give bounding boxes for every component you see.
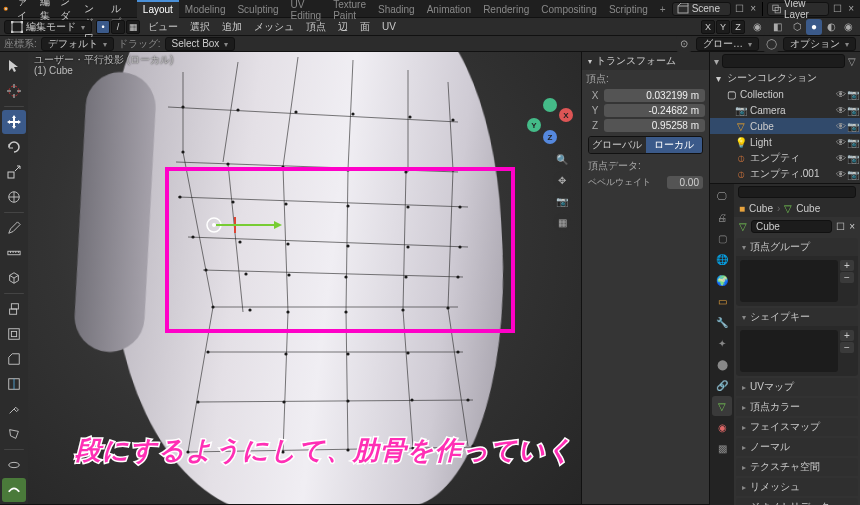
prop-tab-material[interactable]: ◉ bbox=[712, 417, 732, 437]
nav-gizmo[interactable]: X Y Z bbox=[527, 98, 573, 144]
proportional-toggle[interactable]: ◯ bbox=[763, 36, 779, 52]
prop-tab-mesh[interactable]: ▽ bbox=[712, 396, 732, 416]
scene-selector[interactable]: Scene bbox=[672, 2, 731, 16]
visibility-toggle[interactable]: 👁 bbox=[835, 153, 846, 164]
prop-tab-render[interactable]: 🖵 bbox=[712, 186, 732, 206]
props-search[interactable] bbox=[738, 186, 856, 198]
tool-smooth[interactable] bbox=[2, 478, 26, 502]
outliner-scene-collection[interactable]: ▾ シーンコレクション bbox=[710, 70, 860, 86]
hdr-uv[interactable]: UV bbox=[378, 21, 400, 32]
hdr-add[interactable]: 追加 bbox=[218, 20, 246, 34]
face-select-button[interactable]: ▦ bbox=[126, 20, 140, 34]
hdr-edge[interactable]: 辺 bbox=[334, 20, 352, 34]
hdr-select[interactable]: 選択 bbox=[186, 20, 214, 34]
render-toggle[interactable]: 📷 bbox=[847, 105, 858, 116]
hdr-view[interactable]: ビュー bbox=[144, 20, 182, 34]
render-toggle[interactable]: 📷 bbox=[847, 121, 858, 132]
zoom-button[interactable]: 🔍 bbox=[553, 150, 571, 168]
vgroup-remove[interactable]: − bbox=[840, 272, 854, 283]
shapekey-remove[interactable]: − bbox=[840, 342, 854, 353]
visibility-toggle[interactable]: 👁 bbox=[835, 137, 846, 148]
visibility-toggle[interactable]: 👁 bbox=[835, 89, 846, 100]
prop-tab-output[interactable]: 🖨 bbox=[712, 207, 732, 227]
section-uv-maps[interactable]: UVマップ bbox=[736, 378, 858, 396]
section-normals[interactable]: ノーマル bbox=[736, 438, 858, 456]
viewlayer-selector[interactable]: View Layer bbox=[767, 2, 830, 16]
prop-tab-object[interactable]: ▭ bbox=[712, 291, 732, 311]
mesh-fake-button[interactable]: × bbox=[849, 221, 855, 232]
prop-tab-world[interactable]: 🌍 bbox=[712, 270, 732, 290]
outliner-filter[interactable]: ▽ bbox=[848, 56, 856, 67]
tool-rotate[interactable] bbox=[2, 135, 26, 159]
tool-measure[interactable] bbox=[2, 241, 26, 265]
camera-button[interactable]: 📷 bbox=[553, 192, 571, 210]
persp-button[interactable]: ▦ bbox=[553, 213, 571, 231]
prop-tab-viewlayer[interactable]: ▢ bbox=[712, 228, 732, 248]
hdr-face[interactable]: 面 bbox=[356, 20, 374, 34]
tool-cursor[interactable] bbox=[2, 79, 26, 103]
prop-tab-particle[interactable]: ✦ bbox=[712, 333, 732, 353]
options-dropdown[interactable]: オプション bbox=[783, 37, 856, 51]
section-face-maps[interactable]: フェイスマップ bbox=[736, 418, 858, 436]
render-toggle[interactable]: 📷 bbox=[847, 89, 858, 100]
section-geometry-data[interactable]: ジオメトリデータ bbox=[736, 498, 858, 505]
section-vertex-colors[interactable]: 頂点カラー bbox=[736, 398, 858, 416]
visibility-toggle[interactable]: 👁 bbox=[835, 169, 846, 180]
hdr-mesh[interactable]: メッシュ bbox=[250, 20, 298, 34]
axis-y[interactable]: Y bbox=[716, 20, 730, 34]
workspace-tab-compositing[interactable]: Compositing bbox=[535, 0, 603, 18]
outliner-row[interactable]: 💡 Light 👁📷 bbox=[710, 134, 860, 150]
workspace-tab-animation[interactable]: Animation bbox=[421, 0, 477, 18]
outliner-row[interactable]: ▽ Cube 👁📷 bbox=[710, 118, 860, 134]
workspace-tab-texturepaint[interactable]: Texture Paint bbox=[327, 0, 372, 18]
tool-extrude[interactable] bbox=[2, 297, 26, 321]
outliner-row[interactable]: ▢ Collection 👁📷 bbox=[710, 86, 860, 102]
workspace-tab-layout[interactable]: Layout bbox=[137, 0, 179, 18]
drag-selector[interactable]: Select Box bbox=[165, 37, 236, 51]
shapekey-add[interactable]: + bbox=[840, 330, 854, 341]
xray-toggle[interactable]: ◧ bbox=[769, 19, 785, 35]
viewlayer-new-button[interactable]: ☐ bbox=[833, 3, 842, 14]
snap-toggle[interactable]: ⊙ bbox=[676, 36, 692, 52]
overlays-toggle[interactable]: ◉ bbox=[749, 19, 765, 35]
prop-tab-modifier[interactable]: 🔧 bbox=[712, 312, 732, 332]
shading-matpreview[interactable]: ◐ bbox=[823, 19, 839, 35]
workspace-tab-modeling[interactable]: Modeling bbox=[179, 0, 232, 18]
panel-transform-header[interactable]: トランスフォーム bbox=[582, 52, 709, 70]
scene-new-button[interactable]: ☐ bbox=[735, 3, 744, 14]
tool-transform[interactable] bbox=[2, 185, 26, 209]
shading-solid[interactable]: ● bbox=[806, 19, 822, 35]
prop-tab-texture[interactable]: ▩ bbox=[712, 438, 732, 458]
orientation-selector[interactable]: デフォルト bbox=[41, 37, 114, 51]
snap-target[interactable]: グロー… bbox=[696, 37, 759, 51]
workspace-tab-sculpting[interactable]: Sculpting bbox=[231, 0, 284, 18]
outliner-search[interactable] bbox=[722, 54, 845, 68]
shading-wire[interactable]: ⬡ bbox=[789, 19, 805, 35]
render-toggle[interactable]: 📷 bbox=[847, 137, 858, 148]
tool-add-cube[interactable] bbox=[2, 266, 26, 290]
render-toggle[interactable]: 📷 bbox=[847, 169, 858, 180]
mesh-users-button[interactable]: ☐ bbox=[836, 221, 845, 232]
workspace-tab-shading[interactable]: Shading bbox=[372, 0, 421, 18]
tool-loopcut[interactable] bbox=[2, 372, 26, 396]
shading-rendered[interactable]: ◉ bbox=[840, 19, 856, 35]
vgroup-add[interactable]: + bbox=[840, 260, 854, 271]
space-global[interactable]: グローバル bbox=[589, 137, 646, 153]
hdr-vertex[interactable]: 頂点 bbox=[302, 20, 330, 34]
tool-spin[interactable] bbox=[2, 453, 26, 477]
prop-tab-constraint[interactable]: 🔗 bbox=[712, 375, 732, 395]
tool-inset[interactable] bbox=[2, 322, 26, 346]
prop-tab-scene[interactable]: 🌐 bbox=[712, 249, 732, 269]
outliner-display-mode[interactable]: ▾ bbox=[714, 56, 719, 67]
workspace-tab-scripting[interactable]: Scripting bbox=[603, 0, 654, 18]
vertex-y[interactable]: -0.24682 m bbox=[604, 104, 705, 117]
outliner-row[interactable]: 📷 Camera 👁📷 bbox=[710, 102, 860, 118]
visibility-toggle[interactable]: 👁 bbox=[835, 105, 846, 116]
section-remesh[interactable]: リメッシュ bbox=[736, 478, 858, 496]
outliner-row[interactable]: ⦶ エンプティ 👁📷 bbox=[710, 150, 860, 166]
tool-polybuild[interactable] bbox=[2, 422, 26, 446]
visibility-toggle[interactable]: 👁 bbox=[835, 121, 846, 132]
tool-scale[interactable] bbox=[2, 160, 26, 184]
section-texture-space[interactable]: テクスチャ空間 bbox=[736, 458, 858, 476]
render-toggle[interactable]: 📷 bbox=[847, 153, 858, 164]
